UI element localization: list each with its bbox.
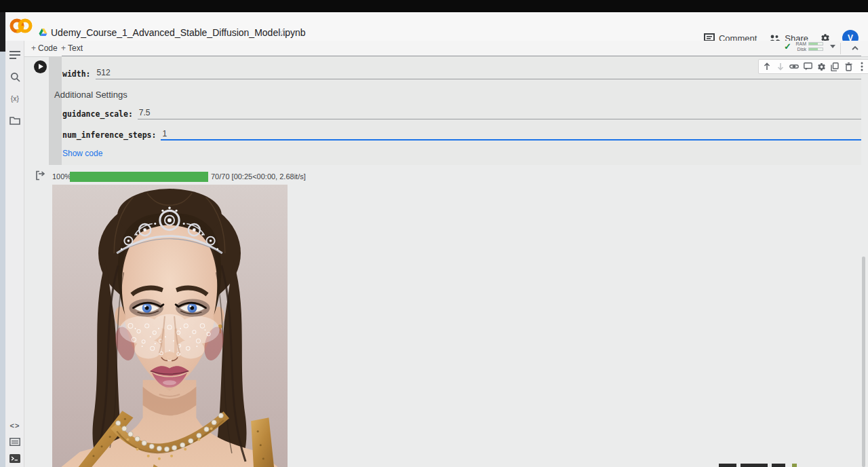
add-text-label: Text xyxy=(68,43,83,53)
cell-gutter xyxy=(49,56,62,165)
delete-cell-icon[interactable] xyxy=(844,62,853,71)
cell-toolbar xyxy=(758,59,868,74)
scrollbar-thumb[interactable] xyxy=(862,257,865,467)
connected-check-icon: ✓ xyxy=(784,41,791,52)
num-inference-steps-input[interactable]: 1 xyxy=(161,129,861,141)
form-field-guidance-scale: guidance_scale: 7.5 xyxy=(62,108,861,119)
cell-output-icon[interactable] xyxy=(35,170,46,181)
ram-label: RAM xyxy=(794,41,806,46)
drive-icon xyxy=(39,29,47,37)
code-snippets-icon[interactable]: <> xyxy=(9,419,21,432)
width-field-label: width: xyxy=(62,69,91,79)
move-cell-down-icon[interactable] xyxy=(776,62,785,71)
cutoff-cursor-fragment xyxy=(792,464,797,467)
resources-dropdown-icon[interactable] xyxy=(830,45,835,48)
resources-indicator[interactable]: ✓ RAM Disk xyxy=(784,41,835,52)
collapse-header-button[interactable] xyxy=(850,43,860,53)
files-folder-icon[interactable] xyxy=(9,114,21,126)
num-inference-steps-value: 1 xyxy=(162,129,167,138)
add-code-label: Code xyxy=(38,43,58,53)
run-cell-button[interactable] xyxy=(34,60,47,73)
progress-bar-fill xyxy=(70,172,208,182)
disk-gauge xyxy=(808,48,823,51)
cell-settings-gear-icon[interactable] xyxy=(816,62,826,71)
progress-bar xyxy=(70,172,208,182)
colab-app: Udemy_Course_1_Advanced_Stable_Diffusion… xyxy=(0,0,868,467)
terminal-icon[interactable] xyxy=(9,452,21,464)
num-inference-steps-field-label: num_inference_steps: xyxy=(62,130,156,141)
notebook-header: Udemy_Course_1_Advanced_Stable_Diffusion… xyxy=(5,12,868,41)
guidance-scale-field-label: guidance_scale: xyxy=(62,109,133,119)
cutoff-text-fragment xyxy=(719,464,736,467)
resource-gauges: RAM Disk xyxy=(794,41,823,52)
mirror-cell-icon[interactable] xyxy=(830,62,840,71)
form-section-title: Additional Settings xyxy=(54,90,127,100)
show-code-link[interactable]: Show code xyxy=(62,149,102,158)
add-comment-icon[interactable] xyxy=(803,62,812,71)
ram-gauge xyxy=(808,42,823,45)
add-code-button[interactable]: +Code xyxy=(31,43,58,53)
cutoff-text-fragment xyxy=(741,464,768,467)
command-palette-icon[interactable] xyxy=(9,436,21,448)
copy-link-icon[interactable] xyxy=(789,62,799,71)
form-field-num-inference-steps: num_inference_steps: 1 xyxy=(62,129,861,141)
width-input[interactable]: 512 xyxy=(96,68,861,79)
colab-logo-icon[interactable] xyxy=(9,17,33,35)
guidance-scale-value: 7.5 xyxy=(139,108,151,117)
width-value: 512 xyxy=(97,68,111,77)
plus-icon: + xyxy=(31,43,36,53)
cutoff-text-fragment xyxy=(772,464,785,467)
window-edge-dark xyxy=(0,12,5,52)
variables-icon[interactable]: {x} xyxy=(9,92,21,105)
window-edge-strip xyxy=(0,52,5,467)
table-of-contents-icon[interactable] xyxy=(9,49,21,61)
move-cell-up-icon[interactable] xyxy=(762,62,772,71)
progress-stats: 70/70 [00:25<00:00, 2.68it/s] xyxy=(211,172,306,181)
toolbar-divider xyxy=(840,43,841,54)
search-icon[interactable] xyxy=(9,71,21,83)
add-text-button[interactable]: +Text xyxy=(61,43,83,53)
notebook-title[interactable]: Udemy_Course_1_Advanced_Stable_Diffusion… xyxy=(51,27,306,38)
left-sidebar: {x} <> xyxy=(5,41,24,467)
form-field-width: width: 512 xyxy=(62,68,861,79)
more-cell-actions-icon[interactable] xyxy=(857,62,867,71)
progress-percent: 100% xyxy=(52,172,71,181)
disk-label: Disk xyxy=(794,47,806,52)
notebook-toolbar: +Code +Text ✓ RAM Disk xyxy=(24,41,868,57)
output-image xyxy=(52,185,288,467)
plus-icon: + xyxy=(61,43,66,53)
star-icon[interactable]: ☆ xyxy=(279,27,288,38)
browser-top-bar xyxy=(0,0,868,12)
guidance-scale-input[interactable]: 7.5 xyxy=(138,108,861,119)
